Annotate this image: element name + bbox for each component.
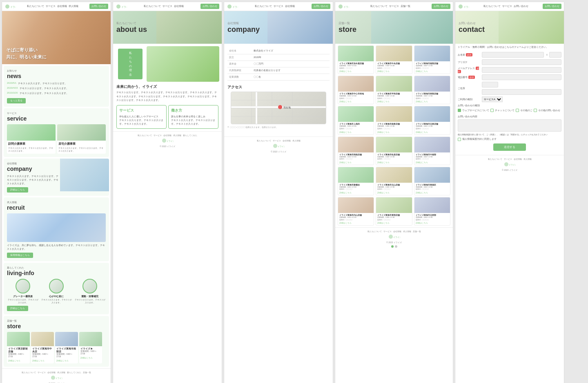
nav-service-s[interactable]: サービス	[389, 4, 399, 8]
footer-contact-link-4[interactable]: 求人情報	[523, 158, 532, 160]
form-input-postal[interactable]	[482, 82, 498, 87]
footer-contact-link-2[interactable]: サービス	[504, 158, 512, 160]
nav-company-c[interactable]: 会社情報	[285, 4, 295, 8]
footer-link-recruit[interactable]: 求人情報	[57, 371, 65, 374]
footer-about-link-2[interactable]: サービス	[154, 134, 162, 137]
nav-contact-btn-2[interactable]: お問い合わせ	[200, 4, 219, 9]
footer-store-link-4[interactable]: 求人情報	[403, 230, 411, 233]
footer-comp-link-4[interactable]: 求人情報	[292, 139, 301, 142]
footer-logo-company: イライズ	[272, 143, 285, 149]
form-input-furigana[interactable]	[482, 59, 561, 65]
nav-recruit[interactable]: 求人情報	[69, 4, 78, 8]
footer-link-living[interactable]: 暮らしてくれた	[67, 371, 81, 374]
store-grid-card-18[interactable]: イライズ東海市北西部 営業時間：9:00〜17:00定休日：〇〇〇〇 詳細はこち…	[414, 197, 450, 226]
footer-store-link-1[interactable]: 私たちについて	[368, 230, 382, 233]
store-grid-card-9[interactable]: イライズ東海市北東店舗 営業時間：9:00〜17:00定休日：〇〇〇〇 詳細はこ…	[414, 106, 450, 134]
nav-about-2[interactable]: 私たちについて	[144, 4, 161, 8]
footer-comp-link-2[interactable]: サービス	[273, 139, 281, 142]
store-grid-card-16[interactable]: イライズ東海市内山店舗 営業時間：9:00〜17:00定休日：〇〇〇〇 詳細はこ…	[338, 197, 374, 226]
table-row: 資本金 〇〇万円	[227, 61, 330, 67]
footer-comp-link-3[interactable]: 会社情報	[283, 139, 291, 142]
nav-about[interactable]: 私たちについて	[27, 4, 44, 8]
navbar-logo-about: イライズ	[116, 4, 127, 9]
nav-contact-btn-c[interactable]: お問い合わせ	[312, 4, 330, 9]
footer-link-about[interactable]: 私たちについて	[22, 371, 36, 374]
nav-store-s[interactable]: 店舗一覧	[401, 4, 410, 8]
checkbox-1[interactable]	[458, 109, 461, 112]
store-card-2[interactable]: イライズ東海市中央店 営業時間：9:00〜17:00 詳細はこちら	[31, 332, 54, 363]
about-philosophy-block: 私たちの理念	[116, 46, 219, 82]
store-grid-card-13[interactable]: イライズ東海市新横浜 営業時間：9:00〜17:00定休日：〇〇〇〇 詳細はこち…	[338, 167, 374, 195]
store-grid-card-14[interactable]: イライズ東海市北山店舗 営業時間：9:00〜17:00定休日：〇〇〇〇 詳細はこ…	[376, 167, 412, 195]
checkbox-3[interactable]	[516, 109, 519, 112]
svg-text:イライズ: イライズ	[167, 140, 174, 142]
nav-service-ct[interactable]: サービス	[502, 4, 512, 8]
store-card-4[interactable]: イライズ★ 営業時間：9:00〜17:00 詳細はこちら	[79, 332, 102, 363]
footer-store-link-5[interactable]: 店舗一覧	[413, 230, 421, 233]
recruit-more-btn[interactable]: 採用情報はこちら	[7, 253, 33, 258]
footer-about-link-3[interactable]: 会社情報	[163, 134, 172, 137]
form-input-name[interactable]	[482, 52, 544, 58]
footer-store-link-3[interactable]: 会社情報	[393, 230, 401, 233]
checkbox-2[interactable]	[490, 109, 494, 112]
svg-point-8	[227, 4, 232, 9]
nav-contact-btn[interactable]: お問い合わせ	[89, 4, 108, 9]
news-more-btn[interactable]: もっと見る	[7, 98, 26, 103]
store-grid-card-10[interactable]: イライズ東海市西南店舗 営業時間：9:00〜17:00定休日：〇〇〇〇 詳細はこ…	[338, 137, 374, 165]
nav-about-ct[interactable]: 私たちについて	[483, 4, 501, 8]
store-grid-card-8[interactable]: イライズ東海市南東店舗 営業時間：9:00〜17:00定休日：〇〇〇〇 詳細はこ…	[376, 106, 412, 134]
store-dot-2[interactable]	[395, 245, 397, 248]
nav-company-2[interactable]: 会社情報	[174, 4, 184, 8]
form-input-address[interactable]	[482, 89, 561, 95]
footer-about-link-5[interactable]: 暮らしてくれた	[183, 134, 197, 137]
checkbox-4[interactable]	[534, 109, 537, 112]
nav-contact-btn-ct[interactable]: お問い合わせ	[543, 4, 561, 9]
nav-contact-btn-s[interactable]: お問い合わせ	[432, 4, 450, 9]
form-textarea-message[interactable]	[458, 119, 561, 132]
store-dot-1[interactable]	[391, 245, 394, 248]
footer-link-company[interactable]: 会社情報	[47, 371, 56, 374]
store-grid-card-2[interactable]: イライズ東海市中央店舗 営業時間：9:00〜17:00定休日：〇〇〇〇 詳細はこ…	[376, 45, 412, 74]
service-card-1[interactable]: 訪問介護事業 テキストが入ります。テキストが入ります。テキストが入ります。	[7, 124, 56, 154]
store-grid-card-5[interactable]: イライズ東海市平和店舗 営業時間：9:00〜17:00定休日：〇〇〇〇 詳細はこ…	[376, 76, 412, 104]
company-more-btn[interactable]: 詳細はこちら	[7, 187, 28, 193]
nav-about-c[interactable]: 私たちについて	[255, 4, 272, 8]
store-grid-card-11[interactable]: イライズ東海市松原店舗 営業時間：9:00〜17:00定休日：〇〇〇〇 詳細はこ…	[376, 137, 412, 165]
footer-comp-link-1[interactable]: 私たちについて	[257, 139, 271, 142]
footer-link-service[interactable]: サービス	[38, 371, 46, 374]
nav-contact-ct[interactable]: お問い合わせ	[514, 4, 528, 8]
service-select[interactable]: サービスA サービスB	[482, 96, 503, 102]
form-input-name2[interactable]	[549, 52, 561, 58]
submit-button[interactable]: 送信する	[493, 143, 526, 151]
form-input-phone[interactable]	[482, 74, 561, 80]
store-card-1[interactable]: イライズ東京駅前店舗 営業時間：9:00〜17:00 詳細はこちら	[7, 332, 30, 363]
store-grid-card-17[interactable]: イライズ東海市東部店舗 営業時間：9:00〜17:00定休日：〇〇〇〇 詳細はこ…	[376, 197, 412, 226]
svg-point-24	[389, 235, 393, 239]
footer-about-link-4[interactable]: 求人情報	[173, 134, 181, 137]
nav-service[interactable]: サービス	[46, 4, 56, 8]
footer-contact-link-3[interactable]: 会社情報	[514, 158, 522, 160]
nav-service-2[interactable]: サービス	[163, 4, 172, 8]
store-grid-card-6[interactable]: イライズ東海市西部店舗 営業時間：9:00〜17:00定休日：〇〇〇〇 詳細はこ…	[414, 76, 450, 104]
agree-checkbox[interactable]	[458, 138, 461, 141]
store-grid-card-15[interactable]: イライズ東海市東南区 営業時間：9:00〜17:00定休日：〇〇〇〇 詳細はこち…	[414, 167, 450, 195]
about-green-img	[147, 46, 219, 82]
footer-about-link-1[interactable]: 私たちについて	[138, 134, 152, 137]
footer-store-link-2[interactable]: サービス	[383, 230, 392, 233]
footer-link-store[interactable]: 店舗一覧	[83, 371, 91, 374]
store-label: 店舗一覧	[7, 319, 106, 323]
form-input-email[interactable]	[482, 67, 561, 73]
living-more-btn[interactable]: 詳細はこちら	[7, 306, 28, 311]
store-grid-card-3[interactable]: イライズ東海市南部店舗 営業時間：9:00〜17:00定休日：〇〇〇〇 詳細はこ…	[414, 45, 450, 74]
nav-service-c[interactable]: サービス	[274, 4, 283, 8]
store-card-3[interactable]: イライズ東海市南部店 営業時間：9:00〜17:00 詳細はこちら	[55, 332, 78, 363]
nav-company[interactable]: 会社情報	[57, 4, 67, 8]
nav-about-s[interactable]: 私たちについて	[370, 4, 388, 8]
footer-contact-link-1[interactable]: 私たちについて	[488, 158, 502, 160]
access-section: アクセス 現在地 〒 〇〇〇-〇〇〇〇 住所が入ります。住所が入ります。	[224, 85, 333, 128]
store-grid-card-1[interactable]: イライズ東海市加木屋店舗 営業時間：9:00〜17:00定休日：〇〇〇〇 詳細は…	[338, 45, 374, 74]
store-grid-card-12[interactable]: イライズ東海市中南部 営業時間：9:00〜17:00定休日：〇〇〇〇 詳細はこち…	[414, 137, 450, 165]
service-card-2[interactable]: 居宅介護事業 テキストが入ります。テキストが入ります。テキストが入ります。	[57, 124, 106, 154]
store-grid-card-4[interactable]: イライズ東海市中心市街地 営業時間：9:00〜17:00定休日：〇〇〇〇 詳細は…	[338, 76, 374, 104]
store-grid-card-7[interactable]: イライズ東海市上高田 営業時間：9:00〜17:00定休日：〇〇〇〇 詳細はこち…	[338, 106, 374, 134]
